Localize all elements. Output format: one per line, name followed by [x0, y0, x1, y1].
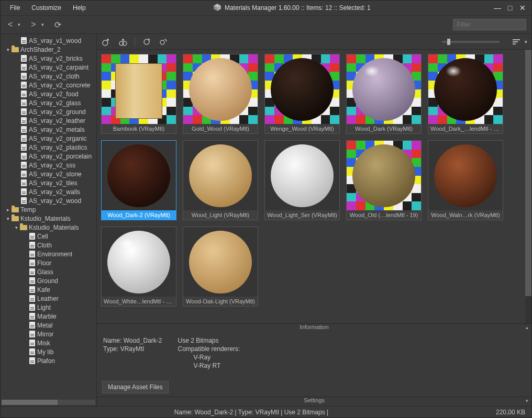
refresh-button[interactable]: ⟳	[52, 19, 63, 31]
tree-file[interactable]: Mirror	[1, 330, 96, 338]
folder-icon	[11, 215, 19, 222]
sort-button[interactable]	[511, 37, 522, 47]
tree-file[interactable]: AS_vray_v2_walls	[1, 187, 96, 196]
file-icon	[19, 135, 28, 142]
tree-file[interactable]: Cell	[1, 232, 96, 241]
tree-file[interactable]: Environment	[1, 250, 96, 258]
material-card[interactable]: Wenge_Wood (VRayMtl)	[264, 54, 340, 134]
settings-panel-header[interactable]: Settings▾	[97, 397, 531, 406]
nav-back-button[interactable]: <	[6, 19, 15, 30]
file-icon	[19, 64, 28, 71]
tree-folder[interactable]: ▾Kstudio_Materials	[1, 214, 96, 223]
file-icon	[19, 99, 28, 107]
minimize-button[interactable]: —	[493, 4, 502, 12]
file-icon	[28, 340, 36, 347]
tree-file[interactable]: Marble	[1, 312, 96, 321]
material-label: Wenge_Wood (VRayMtl)	[265, 124, 339, 133]
material-card[interactable]: Wood_Light_Ser (VRayMtl)	[264, 140, 340, 220]
file-icon	[19, 91, 28, 98]
tree-file[interactable]: AS_vray_v2_cloth	[1, 72, 96, 81]
material-card[interactable]: Bambook (VRayMtl)	[101, 54, 176, 134]
material-card[interactable]: Wood_Dark-2 (VRayMtl)	[101, 140, 176, 220]
information-panel-header[interactable]: Information▴	[97, 323, 531, 333]
tree-file[interactable]: AS_vray_v2_porcelain	[1, 152, 96, 161]
tree-file[interactable]: AS_vray_v2_tiles	[1, 178, 96, 187]
tree-folder[interactable]: ▾Kstudio_Materials	[1, 223, 96, 232]
file-icon	[28, 313, 36, 320]
tree-file[interactable]: Misk	[1, 338, 96, 347]
tree-file[interactable]: Glass	[1, 267, 96, 276]
manage-asset-files-button[interactable]: Manage Asset Files	[102, 381, 169, 393]
tree-label: AS_vray_v1_wood	[28, 37, 81, 44]
file-icon	[19, 144, 28, 151]
file-icon	[19, 108, 28, 116]
file-icon	[28, 268, 36, 276]
tree-file[interactable]: AS_vray_v2_wood	[1, 196, 96, 205]
tree-file[interactable]: Metal	[1, 321, 96, 330]
material-card[interactable]: Wood_White…lendMtl - 19)	[101, 227, 176, 307]
status-text: Name: Wood_Dark-2 | Type: VRayMtl | Use …	[7, 409, 496, 416]
forward-dropdown-icon[interactable]: ▾	[39, 21, 46, 28]
file-icon	[28, 277, 36, 285]
grid-vscroll[interactable]	[525, 50, 531, 323]
tree-file[interactable]: AS_vray_v2_sss	[1, 161, 96, 170]
file-icon	[28, 251, 36, 258]
tree-file[interactable]: AS_vray_v2_stone	[1, 170, 96, 178]
tree-file[interactable]: Ground	[1, 276, 96, 285]
tree-file[interactable]: AS_vray_v2_bricks	[1, 54, 96, 63]
file-icon	[19, 117, 28, 125]
svg-point-6	[123, 41, 127, 46]
material-label: Wood_Waln…rk (VRayMtl)	[428, 210, 503, 220]
tool-icon-1[interactable]	[101, 37, 112, 47]
tool-icon-4[interactable]	[158, 37, 169, 47]
tool-icon-3[interactable]	[141, 37, 152, 47]
material-card[interactable]: Gold_Wood (VRayMtl)	[183, 54, 258, 134]
back-dropdown-icon[interactable]: ▾	[16, 21, 23, 28]
tree-file[interactable]: My lib	[1, 347, 96, 356]
filter-input[interactable]	[453, 19, 526, 30]
folder-tree[interactable]: AS_vray_v1_wood▾ArchShader_2AS_vray_v2_b…	[1, 34, 96, 399]
file-icon	[28, 322, 36, 329]
material-card[interactable]: Wood_Dark (VRayMtl)	[346, 54, 422, 134]
menu-help[interactable]: Help	[68, 2, 91, 14]
tree-label: AS_vray_v2_food	[28, 91, 79, 98]
material-card[interactable]: Wood_Dark_…lendMtl - 19)	[428, 54, 503, 134]
tree-folder[interactable]: ▸Temp	[1, 205, 96, 214]
material-label: Wood_Dark-2 (VRayMtl)	[102, 210, 176, 220]
tree-file[interactable]: Leather	[1, 294, 96, 303]
tree-file[interactable]: AS_vray_v2_carpaint	[1, 63, 96, 72]
sidebar-hscroll[interactable]	[1, 399, 96, 406]
tree-file[interactable]: AS_vray_v2_ground	[1, 107, 96, 116]
menu-file[interactable]: File	[5, 2, 25, 14]
tree-file[interactable]: AS_vray_v2_plastics	[1, 143, 96, 152]
menu-customize[interactable]: Customize	[26, 2, 66, 14]
tree-file[interactable]: AS_vray_v2_glass	[1, 98, 96, 107]
tree-file[interactable]: AS_vray_v2_organic	[1, 134, 96, 143]
tree-file[interactable]: Cloth	[1, 241, 96, 250]
material-label: Wood_Light (VRayMtl)	[183, 210, 258, 220]
tree-folder[interactable]: ▾ArchShader_2	[1, 45, 96, 54]
tree-file[interactable]: AS_vray_v1_wood	[1, 36, 96, 45]
tree-file[interactable]: Light	[1, 303, 96, 312]
tool-icon-2[interactable]	[118, 37, 128, 47]
thumbnail-size-slider[interactable]	[442, 41, 500, 43]
tree-file[interactable]: Plafon	[1, 356, 96, 365]
sort-dropdown-icon[interactable]: ▾	[525, 39, 527, 44]
toolbar-separator	[135, 37, 135, 47]
tree-file[interactable]: Floor	[1, 258, 96, 267]
tree-file[interactable]: AS_vray_v2_leather	[1, 116, 96, 125]
material-card[interactable]: Wood_Old (…lendMtl - 19)	[346, 140, 422, 220]
material-card[interactable]: Wood-Oak-Light (VRayMtl)	[183, 227, 258, 307]
tree-file[interactable]: AS_vray_v2_concrete	[1, 81, 96, 89]
svg-point-3	[103, 40, 108, 46]
material-card[interactable]: Wood_Waln…rk (VRayMtl)	[428, 140, 503, 220]
tree-file[interactable]: AS_vray_v2_metals	[1, 125, 96, 134]
tree-file[interactable]: AS_vray_v2_food	[1, 89, 96, 98]
tree-label: Kstudio_Materials	[19, 215, 70, 222]
tree-label: Cloth	[36, 242, 52, 249]
close-button[interactable]: ✕	[518, 4, 527, 12]
nav-forward-button[interactable]: >	[29, 19, 38, 30]
maximize-button[interactable]: □	[505, 4, 515, 12]
material-card[interactable]: Wood_Light (VRayMtl)	[183, 140, 258, 220]
tree-file[interactable]: Kafe	[1, 285, 96, 294]
